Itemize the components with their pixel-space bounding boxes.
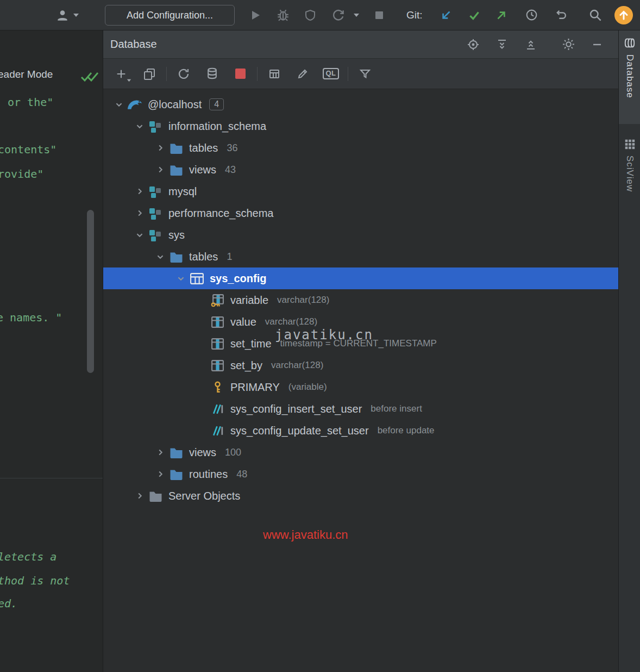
- tree-item-label: sys_config: [210, 272, 266, 285]
- query-console-button[interactable]: QL: [323, 66, 339, 82]
- submit-database-button[interactable]: [204, 66, 220, 82]
- chevron-right-icon[interactable]: [152, 463, 168, 485]
- chevron-right-icon[interactable]: [131, 485, 148, 507]
- new-item-caret-icon: [127, 79, 131, 82]
- tree-item-label: sys_config_insert_set_user: [230, 403, 362, 415]
- search-everywhere-button[interactable]: [588, 8, 603, 22]
- watermark-footer: www.javatiku.cn: [263, 528, 348, 542]
- schema-icon: [148, 224, 163, 246]
- user-profile-button[interactable]: [55, 0, 79, 30]
- chevron-down-icon[interactable]: [173, 267, 189, 289]
- tree-row-Server Objects[interactable]: Server Objects: [103, 485, 618, 507]
- coverage-button[interactable]: [304, 8, 317, 22]
- debug-button[interactable]: [276, 8, 290, 22]
- chevron-spacer: [193, 311, 210, 333]
- column-icon: [210, 333, 225, 354]
- tab-database[interactable]: Database: [619, 30, 640, 124]
- watermark-overlay: javatiku.cn: [275, 327, 373, 343]
- git-push-button[interactable]: [494, 8, 509, 22]
- editor-divider: [0, 478, 103, 478]
- chevron-down-icon[interactable]: [152, 246, 168, 267]
- hide-panel-icon[interactable]: [590, 38, 604, 52]
- type-hint: before insert: [371, 403, 422, 414]
- ide-window: Add Configuration... Git:: [0, 0, 640, 672]
- edit-source-button[interactable]: [294, 66, 311, 82]
- update-available-button[interactable]: [614, 6, 633, 24]
- tree-item-label: information_schema: [168, 120, 266, 133]
- sciview-tab-icon: [624, 138, 636, 150]
- chevron-down-icon: [73, 13, 79, 17]
- key-icon: [210, 376, 225, 398]
- duplicate-button[interactable]: [141, 66, 158, 82]
- tree-row-sys[interactable]: sys: [103, 224, 618, 246]
- expand-all-icon[interactable]: [495, 38, 509, 52]
- double-check-icon: [80, 71, 99, 83]
- settings-gear-icon[interactable]: [561, 38, 575, 52]
- tree-row-views[interactable]: views43: [103, 159, 618, 181]
- editor-scrollbar[interactable]: [87, 210, 94, 373]
- panel-header-actions: [466, 38, 618, 52]
- chevron-right-icon[interactable]: [131, 202, 148, 224]
- tree-row-set_by[interactable]: set_byvarchar(128): [103, 354, 618, 376]
- chevron-down-icon[interactable]: [131, 115, 148, 137]
- type-hint: (variable): [288, 382, 327, 393]
- git-update-button[interactable]: [439, 8, 453, 22]
- panel-title: Database: [110, 38, 157, 51]
- item-count: 36: [227, 142, 237, 154]
- tree-row-views[interactable]: views100: [103, 441, 618, 463]
- table-view-button[interactable]: [266, 66, 283, 82]
- tree-item-label: sys_config_update_set_user: [230, 425, 369, 437]
- collapse-all-icon[interactable]: [524, 38, 538, 52]
- stop-button[interactable]: [374, 10, 385, 21]
- chevron-down-icon[interactable]: [131, 224, 148, 246]
- item-count: 1: [227, 251, 232, 263]
- toolbar-separator: [166, 67, 167, 81]
- chevron-spacer: [193, 333, 210, 354]
- tree-row-sys_config_insert_set_user[interactable]: sys_config_insert_set_userbefore insert: [103, 398, 618, 420]
- tree-row-mysql[interactable]: mysql: [103, 181, 618, 202]
- filter-button[interactable]: [357, 66, 373, 82]
- tab-sciview-label: SciView: [624, 155, 635, 192]
- tree-row-tables[interactable]: tables1: [103, 246, 618, 267]
- add-configuration-button[interactable]: Add Configuration...: [105, 5, 235, 26]
- history-button[interactable]: [525, 8, 538, 22]
- tree-row-sys_config[interactable]: sys_config: [103, 267, 618, 289]
- tree-row-@localhost[interactable]: @localhost4: [103, 94, 618, 115]
- tree-row-routines[interactable]: routines48: [103, 463, 618, 485]
- editor-panel: eader Modeor the"contents"rovide"e names…: [0, 30, 103, 672]
- item-count: 43: [225, 164, 236, 176]
- refresh-button[interactable]: [175, 66, 192, 82]
- editor-text-fragment: contents": [0, 143, 57, 156]
- rollback-button[interactable]: [554, 8, 568, 22]
- locate-object-icon[interactable]: [466, 38, 480, 52]
- profiler-button[interactable]: [331, 8, 346, 22]
- tree-row-PRIMARY[interactable]: PRIMARY(variable): [103, 376, 618, 398]
- run-button[interactable]: [249, 9, 262, 22]
- chevron-right-icon[interactable]: [152, 159, 168, 181]
- column-key-icon: [210, 289, 225, 311]
- git-commit-button[interactable]: [467, 8, 481, 22]
- stop-query-button[interactable]: [232, 66, 248, 82]
- editor-text-fragment: rovide": [0, 167, 43, 181]
- column-icon: [210, 311, 225, 333]
- tree-row-variable[interactable]: variablevarchar(128): [103, 289, 618, 311]
- database-toolbar: QL: [103, 59, 618, 89]
- tree-row-information_schema[interactable]: information_schema: [103, 115, 618, 137]
- item-count: 48: [236, 469, 247, 480]
- connection-count-badge: 4: [209, 98, 224, 110]
- chevron-right-icon[interactable]: [152, 137, 168, 159]
- tree-item-label: @localhost: [148, 98, 202, 111]
- new-item-button[interactable]: [113, 66, 129, 82]
- db-tree: @localhost4information_schematables36vie…: [103, 89, 618, 672]
- chevron-right-icon[interactable]: [131, 181, 148, 202]
- chevron-right-icon[interactable]: [152, 441, 168, 463]
- tree-row-tables[interactable]: tables36: [103, 137, 618, 159]
- tab-sciview[interactable]: SciView: [619, 132, 640, 203]
- chevron-down-icon[interactable]: [111, 94, 127, 115]
- type-hint: varchar(128): [271, 360, 323, 371]
- run-options-caret-icon[interactable]: [353, 13, 360, 17]
- folder-icon: [168, 137, 184, 159]
- git-label: Git:: [406, 0, 423, 30]
- tree-row-performance_schema[interactable]: performance_schema: [103, 202, 618, 224]
- tree-row-sys_config_update_set_user[interactable]: sys_config_update_set_userbefore update: [103, 420, 618, 441]
